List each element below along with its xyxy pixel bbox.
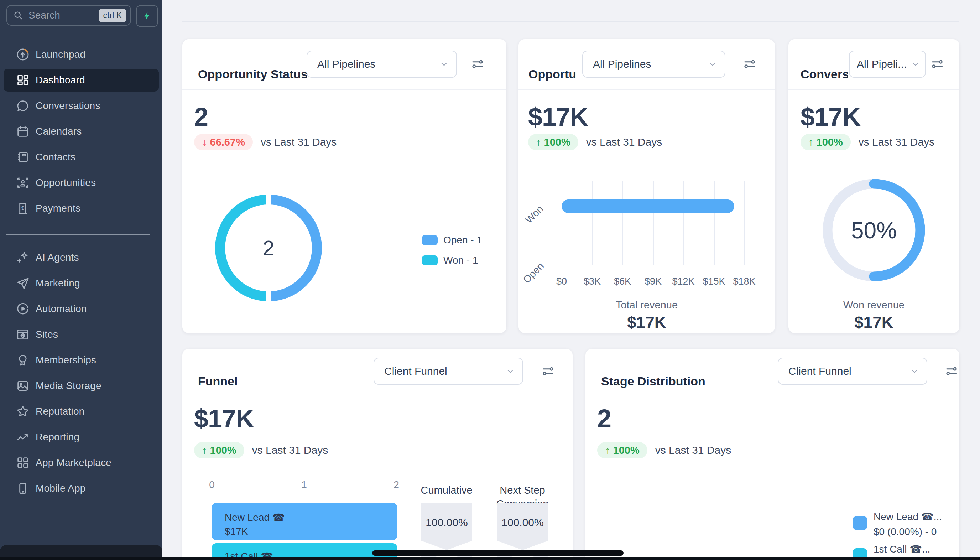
search-icon [13, 10, 23, 21]
search-placeholder: Search [28, 10, 99, 21]
compare-label: vs Last 31 Days [252, 444, 328, 456]
total-revenue-label: Total revenue [519, 299, 775, 311]
sidebar-label-automation: Automation [36, 303, 87, 315]
status-donut-chart: 2 [215, 195, 322, 302]
gauge-percent-value: 50% [818, 217, 930, 244]
sidebar-item-reputation[interactable]: Reputation [3, 400, 159, 423]
chevron-down-icon [911, 60, 920, 69]
sidebar-label-app-marketplace: App Marketplace [36, 457, 111, 468]
compare-label: vs Last 31 Days [261, 136, 336, 148]
gridline [622, 181, 623, 265]
pipeline-dropdown[interactable]: All Pipelines [582, 51, 725, 78]
sliders-icon [471, 57, 485, 71]
chart-settings-button[interactable] [742, 56, 757, 72]
chevron-down-icon [707, 59, 717, 69]
legend-item-open[interactable]: Open - 1 [422, 234, 482, 246]
card-opportunity-status: Opportunity Status All Pipelines 2 ↓ 66.… [182, 39, 506, 333]
sidebar-item-sites[interactable]: Sites [3, 323, 159, 346]
dashboard-icon [16, 73, 30, 87]
sidebar-item-conversations[interactable]: Conversations [3, 94, 159, 117]
compare-label: vs Last 31 Days [859, 136, 934, 148]
payments-receipt-icon: $ [16, 201, 30, 215]
sidebar-item-payments[interactable]: $ Payments [3, 197, 159, 220]
sidebar-label-payments: Payments [36, 203, 80, 214]
search-input[interactable]: Search ctrl K [7, 5, 131, 26]
horizontal-scrollbar[interactable] [372, 550, 624, 556]
smartphone-icon [16, 481, 30, 495]
legend-swatch-won [422, 255, 438, 265]
pipeline-dropdown[interactable]: All Pipeli... [849, 51, 926, 78]
card-title-funnel: Funnel [198, 359, 238, 403]
gridline [683, 181, 684, 265]
legend-detail-new-lead: $0 (0.00%) - 0 [874, 526, 942, 538]
sidebar-label-launchpad: Launchpad [36, 49, 85, 60]
sidebar-label-memberships: Memberships [36, 355, 96, 366]
sidebar-label-calendars: Calendars [36, 126, 82, 137]
gridline [562, 181, 562, 265]
sidebar-item-reporting[interactable]: Reporting [3, 426, 159, 448]
cumulative-ribbon: 100.00% [421, 503, 472, 550]
sidebar-item-memberships[interactable]: Memberships [3, 349, 159, 372]
donut-center-value: 2 [225, 205, 312, 292]
card-opportunity-value: Opportu All Pipelines $17K ↑ 100% vs Las… [519, 39, 775, 333]
sidebar-item-automation[interactable]: Automation [3, 297, 159, 320]
legend-swatch-open [422, 235, 438, 245]
legend-item-won[interactable]: Won - 1 [422, 255, 478, 266]
sidebar-item-ai-agents[interactable]: AI Agents [3, 246, 159, 269]
funnel-axis-tick: 2 [393, 479, 399, 490]
quick-actions-button[interactable] [136, 5, 158, 27]
funnel-dropdown[interactable]: Client Funnel [374, 358, 523, 385]
star-icon [16, 404, 30, 418]
sidebar-item-app-marketplace[interactable]: App Marketplace [3, 452, 159, 474]
delta-badge-up: ↑ 100% [528, 134, 578, 150]
badge-rosette-icon [16, 353, 30, 367]
contacts-book-icon [16, 150, 30, 164]
delta-badge-down: ↓ 66.67% [194, 134, 253, 150]
chart-settings-button[interactable] [540, 363, 556, 379]
paper-plane-icon [16, 276, 30, 290]
total-revenue-value: $17K [519, 313, 775, 332]
image-icon [16, 379, 30, 393]
funnel-dropdown-value: Client Funnel [384, 365, 447, 377]
sidebar-item-launchpad[interactable]: Launchpad [3, 43, 159, 66]
x-tick: $18K [723, 276, 765, 287]
pipeline-dropdown-value: All Pipelines [593, 58, 651, 70]
won-revenue-bar [562, 200, 734, 213]
calendar-icon [16, 124, 30, 138]
funnel-dropdown[interactable]: Client Funnel [778, 358, 927, 385]
chart-settings-button[interactable] [470, 56, 485, 72]
funnel-stage-label: New Lead ☎ [225, 512, 285, 523]
chat-bubble-icon [16, 99, 30, 113]
gridline [714, 181, 715, 265]
chart-settings-button[interactable] [929, 56, 945, 72]
funnel-dropdown-value: Client Funnel [789, 365, 852, 377]
sidebar-item-marketing[interactable]: Marketing [3, 272, 159, 295]
sidebar-label-dashboard: Dashboard [36, 75, 85, 86]
automation-play-icon [16, 302, 30, 316]
card-title-opportunity-status: Opportunity Status [198, 49, 308, 99]
lightning-bolt-icon [142, 11, 152, 22]
sidebar-label-contacts: Contacts [36, 152, 75, 163]
chart-settings-button[interactable] [944, 363, 959, 379]
sidebar-item-contacts[interactable]: Contacts [3, 146, 159, 168]
sidebar-item-media-storage[interactable]: Media Storage [3, 374, 159, 397]
browser-globe-icon [16, 327, 30, 342]
delta-badge-up: ↑ 100% [597, 442, 647, 458]
card-title-conversion: Convers [800, 49, 847, 99]
sidebar-item-opportunities[interactable]: Opportunities [3, 172, 159, 194]
won-revenue-label: Won revenue [789, 299, 959, 311]
pipeline-dropdown[interactable]: All Pipelines [306, 51, 457, 78]
column-header-next-step-line1: Next Step [487, 483, 558, 497]
column-header-cumulative: Cumulative [411, 483, 482, 497]
sidebar-item-calendars[interactable]: Calendars [3, 120, 159, 143]
card-conversion: Convers All Pipeli... $17K ↑ 100% vs Las… [789, 39, 959, 333]
sidebar-item-dashboard[interactable]: Dashboard [3, 69, 159, 92]
search-shortcut-badge: ctrl K [99, 9, 126, 22]
svg-text:$: $ [22, 205, 25, 211]
legend-label-open: Open - 1 [443, 234, 482, 246]
sidebar: Search ctrl K Launchpad Dashboard Conver… [0, 0, 162, 560]
stat-row: ↑ 100% vs Last 31 Days [597, 442, 731, 458]
won-revenue-value: $17K [789, 313, 959, 332]
legend-item-new-lead[interactable]: New Lead ☎... $0 (0.00%) - 0 [853, 511, 942, 538]
sidebar-item-mobile-app[interactable]: Mobile App [3, 477, 159, 500]
